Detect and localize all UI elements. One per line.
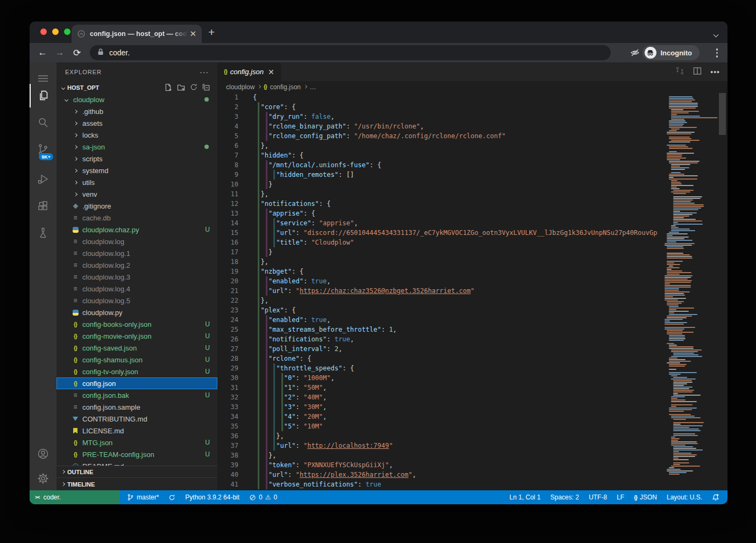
git-branch-item[interactable]: master* <box>122 494 164 501</box>
code-line-28[interactable]: 28 "rclone": { <box>217 354 663 363</box>
explorer-activity-icon[interactable] <box>30 84 56 108</box>
code-line-17[interactable]: 17 } <box>217 247 663 257</box>
timeline-section-header[interactable]: TIMELINE <box>56 477 217 490</box>
workspace-section-header[interactable]: HOST_OPT <box>56 82 217 94</box>
tree-item-assets[interactable]: assets <box>56 117 217 129</box>
tree-item-config-json[interactable]: {}config.json <box>56 377 217 389</box>
tree-item-cloudplow[interactable]: cloudplow <box>56 94 217 105</box>
tree-item-systemd[interactable]: systemd <box>56 165 217 176</box>
tree-item-config-json-bak[interactable]: ≡config.json.bakU <box>56 389 217 401</box>
tree-item-cloudplow-log-1[interactable]: ≡cloudplow.log.1 <box>56 247 217 259</box>
code-line-3[interactable]: 3 "dry_run": false, <box>217 112 663 122</box>
code-line-7[interactable]: 7 "hidden": { <box>217 151 663 160</box>
code-line-13[interactable]: 13 "apprise": { <box>217 209 663 218</box>
code-line-5[interactable]: 5 "rclone_config_path": "/home/chaz/.con… <box>217 131 663 141</box>
code-line-31[interactable]: 31 "1": "50M", <box>217 383 663 392</box>
accounts-icon[interactable] <box>30 442 56 466</box>
code-line-40[interactable]: 40 "url": "https://plex.3526harriet.com"… <box>217 470 663 480</box>
run-debug-activity-icon[interactable] <box>30 167 56 191</box>
tree-item-sa-json[interactable]: sa-json <box>56 141 217 153</box>
code-line-22[interactable]: 22 }, <box>217 296 663 305</box>
code-line-15[interactable]: 15 "url": "discord://650104445434331137/… <box>217 228 663 238</box>
code-line-18[interactable]: 18 }, <box>217 257 663 267</box>
testing-activity-icon[interactable] <box>30 221 56 245</box>
code-line-19[interactable]: 19 "nzbget": { <box>217 267 663 276</box>
split-editor-icon[interactable] <box>693 67 702 77</box>
extensions-activity-icon[interactable] <box>30 194 56 218</box>
tree-item-config-movie-only-json[interactable]: {}config-movie-only.jsonU <box>56 330 217 342</box>
eol-item[interactable]: LF <box>612 494 629 501</box>
tree-item-cloudplow-log-5[interactable]: ≡cloudplow.log.5 <box>56 295 217 306</box>
code-line-24[interactable]: 24 "enabled": true, <box>217 315 663 325</box>
tree-item-cloudplow-chaz-py[interactable]: cloudplow.chaz.pyU <box>56 224 217 235</box>
code-line-34[interactable]: 34 "4": "20M", <box>217 412 663 421</box>
source-control-activity-icon[interactable]: 9K+ <box>30 138 56 161</box>
tree-item-cloudplow-py[interactable]: cloudplow.py <box>56 306 217 318</box>
code-line-29[interactable]: 29 "throttle_speeds": { <box>217 363 663 373</box>
breadcrumb-file[interactable]: config.json <box>270 83 301 91</box>
code-line-8[interactable]: 8 "/mnt/local/.unionfs-fuse": { <box>217 160 663 170</box>
code-line-32[interactable]: 32 "2": "40M", <box>217 392 663 402</box>
code-line-11[interactable]: 11 }, <box>217 189 663 199</box>
tree-item--github[interactable]: .github <box>56 105 217 117</box>
encoding-item[interactable]: UTF-8 <box>584 494 612 501</box>
new-file-icon[interactable] <box>164 83 172 92</box>
tree-item-config-shamus-json[interactable]: {}config-shamus.jsonU <box>56 354 217 366</box>
tree-item-pre-team-config-json[interactable]: {}PRE-TEAM-config.jsonU <box>56 448 217 460</box>
breadcrumb-folder[interactable]: cloudplow <box>226 83 255 91</box>
editor-scrollbar[interactable] <box>717 92 727 490</box>
code-line-2[interactable]: 2 "core": { <box>217 102 663 112</box>
code-line-23[interactable]: 23 "plex": { <box>217 305 663 315</box>
code-line-9[interactable]: 9 "hidden_remotes": [] <box>217 170 663 180</box>
minimize-window-button[interactable] <box>52 28 59 35</box>
tree-item-venv[interactable]: venv <box>56 188 217 200</box>
tree-item-locks[interactable]: locks <box>56 129 217 141</box>
editor-tab-close-icon[interactable]: ✕ <box>268 68 274 76</box>
code-line-26[interactable]: 26 "notifications": true, <box>217 334 663 344</box>
tree-item-contributing-md[interactable]: CONTRIBUTING.md <box>56 413 217 425</box>
tree-item-config-saved-json[interactable]: {}config-saved.jsonU <box>56 342 217 354</box>
editor-tab-config-json[interactable]: {} config.json ✕ <box>217 62 281 81</box>
settings-gear-icon[interactable] <box>30 467 56 490</box>
tree-item-license-md[interactable]: LICENSE.md <box>56 425 217 437</box>
new-folder-icon[interactable] <box>177 83 185 92</box>
code-line-1[interactable]: 1{ <box>217 92 663 102</box>
notifications-bell-icon[interactable] <box>707 494 724 501</box>
code-line-14[interactable]: 14 "service": "apprise", <box>217 218 663 228</box>
fullscreen-window-button[interactable] <box>64 28 70 35</box>
tree-item-config-json-sample[interactable]: ≡config.json.sample <box>56 401 217 413</box>
refresh-icon[interactable] <box>190 83 197 92</box>
problems-item[interactable]: 0 ⚠ 0 <box>244 494 282 501</box>
tab-search-chevron-icon[interactable] <box>714 29 718 39</box>
collapse-all-icon[interactable] <box>202 83 210 92</box>
search-activity-icon[interactable] <box>30 111 56 134</box>
address-bar[interactable]: coder. <box>90 45 611 60</box>
browser-tab[interactable]: config.json — host_opt — code ✕ <box>72 25 202 43</box>
browser-menu-icon[interactable] <box>716 48 718 58</box>
scrollbar-thumb[interactable] <box>719 93 726 135</box>
keyboard-layout-item[interactable]: Layout: U.S. <box>662 494 707 501</box>
tree-item--gitignore[interactable]: .gitignore <box>56 200 217 212</box>
python-interpreter-item[interactable]: Python 3.9.2 64-bit <box>180 494 244 501</box>
tree-item-utils[interactable]: utils <box>56 176 217 188</box>
code-line-25[interactable]: 25 "max_streams_before_throttle": 1, <box>217 325 663 334</box>
cursor-position-item[interactable]: Ln 1, Col 1 <box>505 494 546 501</box>
code-line-6[interactable]: 6 }, <box>217 141 663 151</box>
new-tab-button[interactable]: + <box>208 26 215 39</box>
tree-item-config-books-only-json[interactable]: {}config-books-only.jsonU <box>56 318 217 330</box>
tree-item-cloudplow-log-3[interactable]: ≡cloudplow.log.3 <box>56 271 217 283</box>
tree-item-cloudplow-log-4[interactable]: ≡cloudplow.log.4 <box>56 283 217 295</box>
code-line-27[interactable]: 27 "poll_interval": 2, <box>217 344 663 354</box>
code-line-12[interactable]: 12 "notifications": { <box>217 199 663 209</box>
code-editor[interactable]: 1{2 "core": {3 "dry_run": false,4 "rclon… <box>217 92 727 490</box>
code-line-36[interactable]: 36 }, <box>217 431 663 441</box>
code-line-33[interactable]: 33 "3": "30M", <box>217 402 663 412</box>
close-window-button[interactable] <box>40 28 47 35</box>
tree-item-config-tv-only-json[interactable]: {}config-tv-only.jsonU <box>56 366 217 377</box>
code-line-4[interactable]: 4 "rclone_binary_path": "/usr/bin/rclone… <box>217 122 663 131</box>
language-mode-item[interactable]: {} JSON <box>629 494 662 501</box>
sync-changes-item[interactable] <box>164 494 180 501</box>
code-line-38[interactable]: 38 }, <box>217 451 663 460</box>
tree-item-scripts[interactable]: scripts <box>56 153 217 165</box>
indentation-item[interactable]: Spaces: 2 <box>546 494 584 501</box>
